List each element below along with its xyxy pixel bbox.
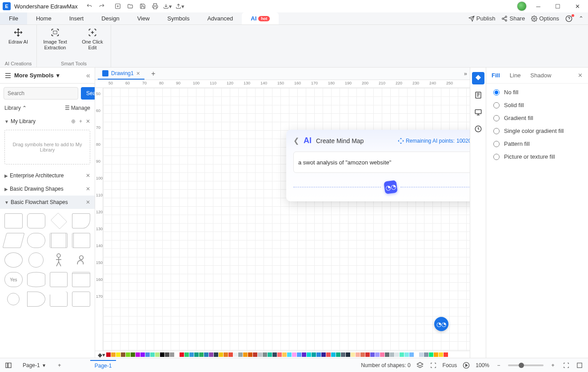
color-swatch[interactable] [214,352,218,357]
color-swatch[interactable] [126,352,130,357]
close-button[interactable]: ✕ [569,1,585,12]
shape-stored-data[interactable] [27,292,45,307]
color-swatch[interactable] [140,352,145,357]
image-text-extraction-tool[interactable]: Image Text Extraction [41,28,69,51]
color-swatch[interactable] [297,352,301,357]
color-swatch[interactable] [439,352,443,357]
fill-option-single-gradient[interactable]: Single color gradient fill [493,128,581,134]
color-swatch[interactable] [360,352,365,357]
document-tab[interactable]: Drawing1 × [98,68,144,80]
color-swatch[interactable] [199,352,204,357]
color-swatch[interactable] [111,352,116,357]
color-swatch[interactable] [121,352,125,357]
fill-option-gradient[interactable]: Gradient fill [493,115,581,121]
share-link[interactable]: Share [501,15,525,22]
color-swatch[interactable] [400,352,404,357]
close-tab-button[interactable]: × [136,70,140,77]
open-button[interactable] [126,2,135,11]
color-swatch[interactable] [170,352,174,357]
new-library-button[interactable]: + [79,118,82,124]
library-drop-zone[interactable]: Drag symbols here to add to My Library [4,130,90,164]
menu-home[interactable]: Home [27,12,60,24]
color-swatch[interactable] [106,352,111,357]
shape-rectangle-2[interactable] [72,292,90,307]
color-swatch[interactable] [380,352,384,357]
import-dropdown[interactable]: ▾ [176,2,184,11]
color-swatch[interactable] [204,352,208,357]
basic-drawing-shapes-section[interactable]: ▶ Basic Drawing Shapes ✕ [0,182,95,196]
color-swatch[interactable] [243,352,248,357]
color-swatch[interactable] [219,352,223,357]
close-section-button[interactable]: ✕ [86,199,90,205]
color-swatch[interactable] [370,352,375,357]
shape-card[interactable] [50,272,68,287]
shape-actor[interactable] [50,252,68,268]
color-swatch[interactable] [419,352,424,357]
add-tab-button[interactable]: + [148,68,159,79]
color-swatch[interactable] [287,352,292,357]
shape-document[interactable] [72,213,90,228]
page-tab[interactable]: Page-1 [90,360,116,371]
color-swatch[interactable] [326,352,331,357]
minimize-button[interactable]: ─ [530,1,546,12]
color-swatch[interactable] [302,352,306,357]
shape-window[interactable] [72,272,90,287]
new-button[interactable] [113,2,122,11]
zoom-out-button[interactable]: − [495,362,503,368]
color-swatch[interactable] [184,352,189,357]
options-link[interactable]: Options [531,15,559,22]
color-swatch[interactable] [434,352,438,357]
symbol-search-input[interactable] [4,87,78,100]
history-tool-button[interactable] [472,123,484,135]
color-swatch[interactable] [253,352,257,357]
color-swatch[interactable] [209,352,213,357]
color-swatch[interactable] [429,352,433,357]
shape-yes-button[interactable]: Yes [4,272,23,287]
color-swatch[interactable] [150,352,155,357]
color-swatch[interactable] [414,352,419,357]
fill-option-no-fill[interactable]: No fill [493,89,581,96]
shape-ellipse[interactable] [4,252,23,268]
color-swatch[interactable] [258,352,262,357]
shape-rounded-rectangle[interactable] [27,213,45,228]
menu-view[interactable]: View [128,12,159,24]
color-swatch[interactable] [145,352,150,357]
color-swatch[interactable] [160,352,164,357]
color-swatch[interactable] [277,352,282,357]
presentation-button[interactable] [462,362,470,369]
color-swatch[interactable] [356,352,360,357]
menu-advanced[interactable]: Advanced [198,12,242,24]
symbol-search-button[interactable]: Search [81,87,95,100]
color-picker-button[interactable]: ◆▾ [98,352,104,358]
ai-points-link[interactable]: Remaining AI points: 100200 [398,138,470,144]
color-swatch[interactable] [116,352,120,357]
color-swatch[interactable] [238,352,243,357]
menu-ai[interactable]: AIhot [242,12,279,24]
color-swatch[interactable] [341,352,345,357]
color-swatch[interactable] [282,352,287,357]
focus-label[interactable]: Focus [443,362,457,368]
color-swatch[interactable] [316,352,321,357]
publish-link[interactable]: Publish [468,15,496,22]
shape-diamond[interactable] [50,213,67,229]
outline-view-button[interactable] [4,362,12,369]
zoom-in-button[interactable]: + [549,362,557,368]
close-section-button[interactable]: ✕ [86,172,90,179]
fill-option-solid[interactable]: Solid fill [493,102,581,108]
menu-symbols[interactable]: Symbols [159,12,199,24]
undo-button[interactable] [85,2,94,11]
fullscreen-button[interactable] [576,362,584,368]
color-swatch[interactable] [194,352,199,357]
fill-option-picture[interactable]: Picture or texture fill [493,153,581,160]
shape-manual-input[interactable] [50,292,68,307]
basic-flowchart-shapes-section[interactable]: ▼ Basic Flowchart Shapes ✕ [0,196,95,209]
one-click-edit-tool[interactable]: One Click Edit [79,28,106,51]
color-swatch[interactable] [390,352,394,357]
tab-fill[interactable]: Fill [492,68,500,83]
fill-tool-button[interactable] [472,72,484,84]
close-library-button[interactable]: ✕ [86,118,90,124]
color-swatch[interactable] [351,352,355,357]
help-button[interactable] [565,15,572,22]
color-swatch[interactable] [312,352,316,357]
shape-terminator[interactable] [27,233,45,248]
